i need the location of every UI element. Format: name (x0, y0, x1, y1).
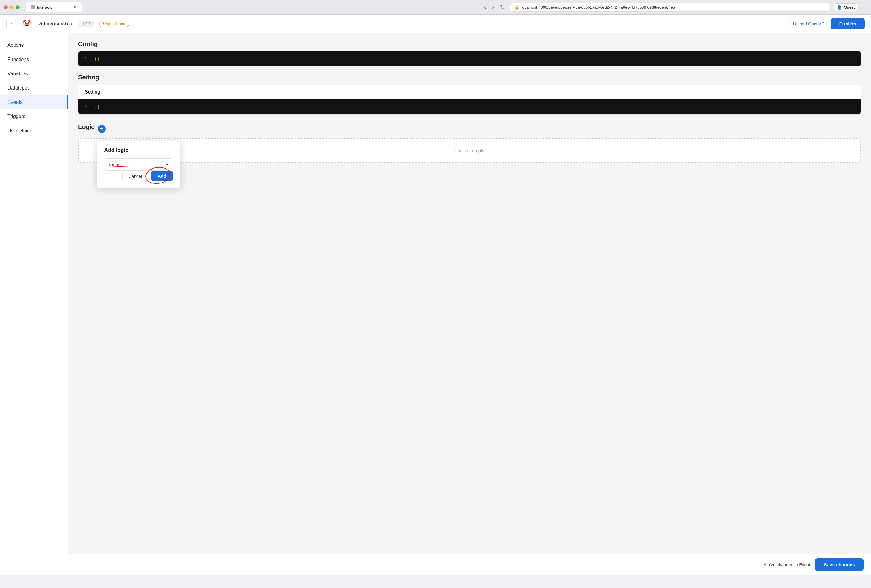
version-badge: 1.0.0 (79, 21, 94, 27)
config-line-num: 1 (84, 57, 89, 61)
setting-code-panel: 1 {} (78, 99, 861, 114)
cancel-button[interactable]: Cancel (123, 171, 148, 182)
setting-section-heading: Setting (78, 74, 861, 81)
guest-label: Guest (844, 5, 855, 10)
changed-text: You've changed in Event (763, 562, 810, 567)
browser-tab[interactable]: ℹ Interactor × (26, 3, 82, 12)
logic-section: Logic + Logic is empty Add logic route ▾ (78, 123, 861, 163)
browser-dots (4, 5, 19, 9)
back-button[interactable]: ‹ (6, 19, 16, 29)
logic-empty-text: Logic is empty (455, 148, 485, 153)
popup-select-value: route (109, 162, 120, 168)
setting-section: Setting Setting 1 {} (78, 74, 861, 115)
app-name: Unlicensed.test (37, 21, 74, 27)
user-icon: 👤 (837, 5, 842, 10)
sidebar-item-actions[interactable]: Actions (0, 38, 68, 52)
sidebar-item-events[interactable]: Events (0, 95, 68, 109)
config-section-heading: Config (78, 40, 861, 48)
chevron-down-icon: ▾ (166, 162, 168, 168)
upload-openapi-link[interactable]: Upload OpenAPI (793, 21, 826, 26)
logic-container: Logic is empty Add logic route ▾ (78, 138, 861, 163)
app-logo: 🤡 (21, 18, 32, 30)
forward-nav-button[interactable]: › (490, 3, 496, 11)
popup-actions: Cancel Add (104, 171, 173, 182)
publish-button[interactable]: Publish (831, 18, 865, 30)
logic-header: Logic + (78, 123, 861, 134)
top-bar: ‹ 🤡 Unlicensed.test 1.0.0 Unpublished Up… (0, 15, 871, 33)
add-button[interactable]: Add (151, 171, 173, 181)
reload-button[interactable]: ↻ (498, 3, 507, 11)
setting-code-line: 1 {} (85, 105, 855, 109)
app-container: ‹ 🤡 Unlicensed.test 1.0.0 Unpublished Up… (0, 15, 871, 575)
sidebar-item-triggers[interactable]: Triggers (0, 109, 68, 124)
sidebar-item-datatypes[interactable]: Datatypes (0, 81, 68, 95)
back-nav-button[interactable]: ‹ (482, 3, 488, 11)
address-bar[interactable]: 🔒 localhost:4000/developer/service/c55b1… (509, 3, 831, 12)
config-code-panel: 1 {} (78, 51, 861, 66)
sidebar-item-variables[interactable]: Variables (0, 67, 68, 81)
logic-area: Logic is empty (78, 138, 861, 163)
new-tab-button[interactable]: + (84, 3, 93, 12)
setting-code-content: {} (94, 105, 100, 109)
guest-button[interactable]: 👤 Guest (833, 3, 859, 11)
popup-title: Add logic (104, 147, 173, 153)
maximize-dot[interactable] (15, 5, 19, 9)
logic-section-heading: Logic (78, 123, 94, 130)
bottom-bar: You've changed in Event Save changes (0, 554, 871, 575)
browser-chrome: ℹ Interactor × + ‹ › ↻ 🔒 localhost:4000/… (0, 0, 871, 15)
content-area: Config 1 {} Setting Setting 1 {} (68, 33, 871, 554)
url-text: localhost:4000/developer/service/c55b1aa… (521, 5, 825, 10)
save-changes-button[interactable]: Save changes (815, 558, 864, 571)
tab-favicon: ℹ (31, 5, 35, 9)
add-logic-popup: Add logic route ▾ Cancel (97, 141, 181, 188)
close-dot[interactable] (4, 5, 8, 9)
setting-panel: Setting 1 {} (78, 85, 861, 115)
config-code-line: 1 {} (84, 57, 855, 61)
main-layout: Actions Functions Variables Datatypes Ev… (0, 33, 871, 554)
logic-add-button[interactable]: + (98, 125, 106, 133)
minimize-dot[interactable] (10, 5, 13, 9)
setting-line-num: 1 (85, 105, 90, 109)
sidebar-item-user-guide[interactable]: User Guide (0, 124, 68, 138)
more-button[interactable]: ⋮ (861, 3, 867, 11)
config-code-content: {} (94, 57, 100, 61)
setting-panel-header: Setting (78, 85, 861, 99)
sidebar-item-functions[interactable]: Functions (0, 52, 68, 67)
status-badge: Unpublished (99, 20, 129, 27)
lock-icon: 🔒 (515, 5, 519, 10)
tab-title: Interactor (37, 5, 54, 10)
tab-close-button[interactable]: × (74, 4, 76, 10)
sidebar: Actions Functions Variables Datatypes Ev… (0, 33, 68, 554)
